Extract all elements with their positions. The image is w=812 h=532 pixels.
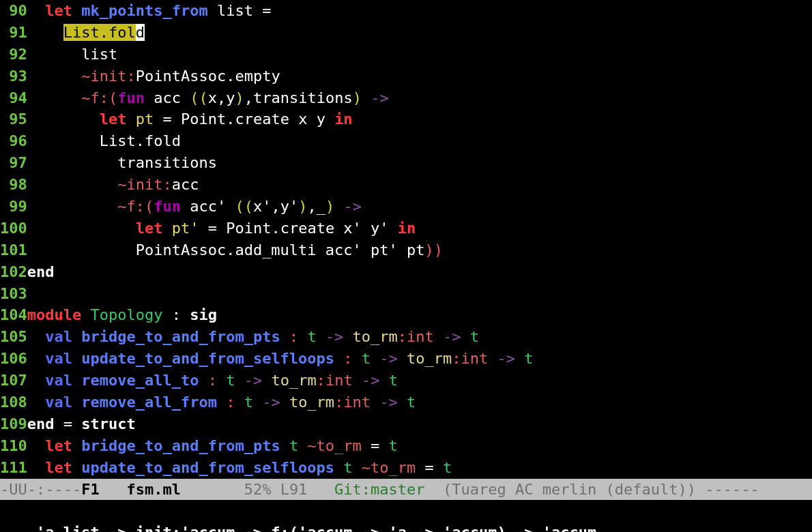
code-text: list = xyxy=(208,2,272,19)
code-content[interactable]: ~f:(fun acc ((x,y),transitions) -> xyxy=(27,87,812,109)
code-content[interactable]: ~init:PointAssoc.empty xyxy=(27,65,812,87)
code-text: , xyxy=(244,89,253,106)
line-number: 104 xyxy=(0,304,27,326)
code-line[interactable]: 92 list xyxy=(0,44,812,65)
keyword-fun: fun xyxy=(154,198,181,215)
code-content[interactable]: module Topology : sig xyxy=(27,304,812,326)
minibuffer[interactable]: 'a list -> init:'accum -> f:('accum -> '… xyxy=(0,500,812,532)
code-line[interactable]: 98 ~init:acc xyxy=(0,174,812,196)
code-content[interactable]: val remove_all_from : t -> to_rm:int -> … xyxy=(27,391,812,413)
code-text: create x' y' xyxy=(280,220,398,237)
code-line[interactable]: 94 ~f:(fun acc ((x,y),transitions) -> xyxy=(0,87,812,109)
keyword-struct: struct xyxy=(81,415,135,432)
line-number: 105 xyxy=(0,326,27,348)
line-number: 96 xyxy=(0,130,27,152)
code-content[interactable]: List.fold xyxy=(27,22,812,44)
code-line[interactable]: 106 val update_to_and_from_selfloops : t… xyxy=(0,348,812,370)
code-text: create x y xyxy=(235,110,334,128)
code-content[interactable]: PointAssoc.add_multi acc' pt' pt)) xyxy=(27,239,812,261)
code-line[interactable]: 100 let pt' = Point.create x' y' in xyxy=(0,218,812,239)
line-number: 106 xyxy=(0,348,27,370)
code-line[interactable]: 91 List.fold xyxy=(0,22,812,44)
dot: . xyxy=(226,68,235,85)
equals: = xyxy=(416,459,443,476)
code-line[interactable]: 93 ~init:PointAssoc.empty xyxy=(0,65,812,87)
equals: = xyxy=(162,110,181,128)
modeline[interactable]: -UU-:----F1 fsm.ml 52% L91 Git:master (T… xyxy=(0,479,812,501)
code-content[interactable]: let mk_points_from list = xyxy=(27,0,812,22)
paren: ( xyxy=(108,89,117,106)
code-content[interactable]: ~f:(fun acc' ((x',y'),_) -> xyxy=(27,196,812,218)
line-number: 92 xyxy=(0,44,27,65)
code-content[interactable]: val update_to_and_from_selfloops : t -> … xyxy=(27,348,812,370)
code-content[interactable]: end xyxy=(27,261,812,283)
module-ref: PointAssoc xyxy=(136,241,226,258)
code-content[interactable] xyxy=(27,283,812,305)
code-text: _ xyxy=(317,198,325,215)
code-line[interactable]: 104 module Topology : sig xyxy=(0,304,812,326)
code-buffer[interactable]: 90 let mk_points_from list = 91 List.fol… xyxy=(0,0,812,479)
dot: . xyxy=(226,241,235,258)
paren: ( xyxy=(145,198,154,215)
modeline-dashes: ------ xyxy=(705,479,759,501)
variable: pt xyxy=(126,110,162,128)
code-content[interactable]: let bridge_to_and_from_pts t ~to_rm = t xyxy=(27,435,812,457)
arrow: -> xyxy=(334,198,362,215)
modeline-mode[interactable]: (Tuareg AC merlin (default)) xyxy=(425,479,706,501)
labeled-arg: ~to_rm xyxy=(362,459,416,476)
equals: = xyxy=(208,220,227,237)
line-number: 101 xyxy=(0,239,27,261)
code-line[interactable]: 109 end = struct xyxy=(0,413,812,435)
line-number: 94 xyxy=(0,87,27,109)
code-line[interactable]: 103 xyxy=(0,283,812,305)
code-content[interactable]: val remove_all_to : t -> to_rm:int -> t xyxy=(27,370,812,391)
line-number: 111 xyxy=(0,457,27,479)
code-line[interactable]: 111 let update_to_and_from_selfloops t ~… xyxy=(0,457,812,479)
keyword-in: in xyxy=(398,220,416,237)
code-line[interactable]: 105 val bridge_to_and_from_pts : t -> to… xyxy=(0,326,812,348)
code-content[interactable]: ~init:acc xyxy=(27,174,812,196)
line-number: 109 xyxy=(0,413,27,435)
keyword-val: val xyxy=(45,328,72,345)
param-t: t xyxy=(343,459,362,476)
code-content[interactable]: end = struct xyxy=(27,413,812,435)
type-hint: 'a list -> init:'accum -> f:('accum -> '… xyxy=(36,524,596,532)
code-line[interactable]: 95 let pt = Point.create x y in xyxy=(0,108,812,130)
type-int: int xyxy=(343,394,371,411)
code-content[interactable]: let pt = Point.create x y in xyxy=(27,108,812,130)
code-line[interactable]: 99 ~f:(fun acc' ((x',y'),_) -> xyxy=(0,196,812,218)
line-number: 108 xyxy=(0,391,27,413)
code-content[interactable]: list xyxy=(27,44,812,65)
label-name: to_rm xyxy=(407,350,452,367)
line-number: 97 xyxy=(0,152,27,174)
modeline-filename[interactable]: fsm.ml xyxy=(108,479,181,501)
paren: (( xyxy=(235,198,253,215)
type-int: int xyxy=(461,350,489,367)
code-line[interactable]: 108 val remove_all_from : t -> to_rm:int… xyxy=(0,391,812,413)
param-t: t xyxy=(289,437,308,454)
code-line[interactable]: 90 let mk_points_from list = xyxy=(0,0,812,22)
code-text: acc xyxy=(145,89,190,106)
keyword-fun: fun xyxy=(117,89,145,106)
line-number: 102 xyxy=(0,261,27,283)
paren: )) xyxy=(425,241,444,258)
line-number: 107 xyxy=(0,370,27,391)
cursor: d xyxy=(136,24,145,41)
line-number: 99 xyxy=(0,196,27,218)
code-content[interactable]: let pt' = Point.create x' y' in xyxy=(27,218,812,239)
code-line[interactable]: 110 let bridge_to_and_from_pts t ~to_rm … xyxy=(0,435,812,457)
code-line[interactable]: 101 PointAssoc.add_multi acc' pt' pt)) xyxy=(0,239,812,261)
code-line[interactable]: 97 transitions xyxy=(0,152,812,174)
code-line[interactable]: 96 List.fold xyxy=(0,130,812,152)
colon: : xyxy=(317,372,325,389)
modeline-git[interactable]: Git:master xyxy=(334,479,424,501)
keyword-end: end xyxy=(27,415,55,432)
code-content[interactable]: let update_to_and_from_selfloops t ~to_r… xyxy=(27,457,812,479)
code-line[interactable]: 107 val remove_all_to : t -> to_rm:int -… xyxy=(0,370,812,391)
equals: = xyxy=(54,415,81,432)
code-content[interactable]: transitions xyxy=(27,152,812,174)
keyword-let: let xyxy=(136,220,163,237)
code-line[interactable]: 102 end xyxy=(0,261,812,283)
code-content[interactable]: List.fold xyxy=(27,130,812,152)
code-content[interactable]: val bridge_to_and_from_pts : t -> to_rm:… xyxy=(27,326,812,348)
